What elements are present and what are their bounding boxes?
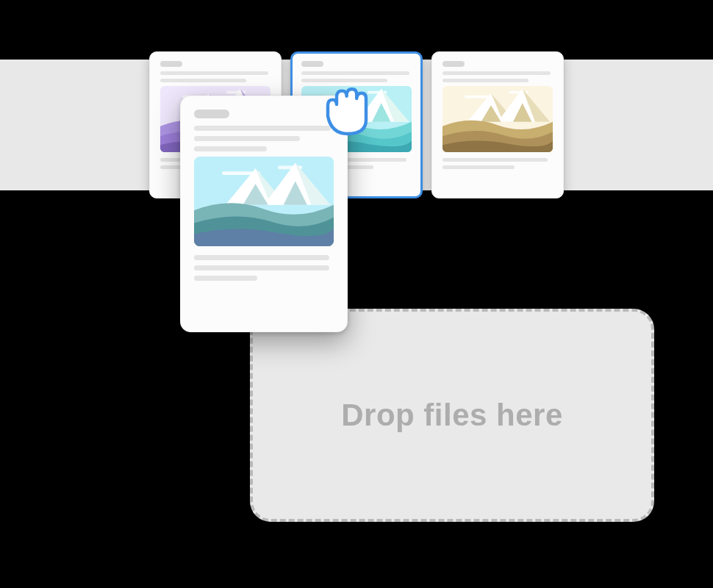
drop-zone[interactable]: Drop files here (250, 309, 654, 522)
placeholder-line (443, 165, 515, 169)
placeholder-title (194, 110, 229, 118)
placeholder-line (194, 146, 267, 151)
placeholder-line (194, 276, 257, 281)
placeholder-title (160, 61, 182, 67)
thumbnail (194, 157, 334, 246)
placeholder-line (301, 79, 387, 82)
placeholder-title (443, 61, 465, 67)
card-row (0, 51, 713, 198)
file-card[interactable] (431, 51, 564, 198)
placeholder-line (194, 126, 331, 131)
placeholder-line (194, 265, 329, 270)
placeholder-line (443, 71, 551, 75)
placeholder-line (160, 71, 268, 75)
placeholder-title (301, 61, 323, 67)
placeholder-line (443, 158, 548, 162)
placeholder-line (301, 71, 409, 75)
placeholder-line (160, 79, 246, 82)
dragged-card[interactable] (180, 96, 348, 332)
thumbnail (443, 86, 553, 152)
placeholder-line (194, 136, 300, 141)
placeholder-line (443, 79, 529, 82)
placeholder-line (194, 255, 329, 260)
drop-zone-label: Drop files here (341, 398, 563, 433)
